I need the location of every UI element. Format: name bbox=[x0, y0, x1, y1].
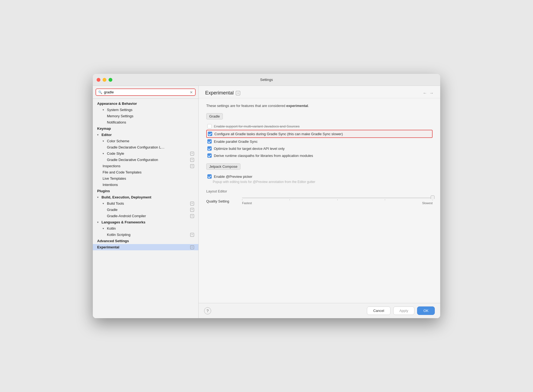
sidebar-item-kotlin[interactable]: ▾ Kotlin bbox=[93, 225, 198, 232]
checkbox-multi-variant-label: Enable support for multi-variant Javadoc… bbox=[214, 124, 300, 128]
sidebar-nav: Appearance & Behavior ▾ System Settings … bbox=[93, 99, 198, 318]
sidebar-item-memory-settings[interactable]: Memory Settings bbox=[93, 113, 198, 119]
gradle-section: Gradle Enable support for multi-variant … bbox=[206, 113, 433, 159]
checkbox-preview-picker: Enable @Preview picker bbox=[206, 173, 433, 180]
sidebar-item-system-settings[interactable]: ▾ System Settings bbox=[93, 107, 198, 113]
checkbox-derive-runtime-input[interactable] bbox=[207, 153, 212, 158]
maximize-button[interactable] bbox=[109, 78, 112, 82]
window-title: Settings bbox=[260, 78, 273, 82]
back-arrow[interactable]: ← bbox=[423, 91, 427, 96]
ok-button[interactable]: OK bbox=[417, 306, 435, 315]
note-bold: experimental bbox=[286, 104, 308, 108]
sidebar-item-advanced-settings[interactable]: Advanced Settings bbox=[93, 238, 198, 244]
title-page-icon: ≡ bbox=[236, 91, 240, 95]
sidebar-item-inspections[interactable]: Inspections ≡ bbox=[93, 163, 198, 169]
checkbox-parallel-sync-label: Enable parallel Gradle Sync bbox=[214, 140, 258, 144]
checkbox-multi-variant-input[interactable] bbox=[207, 124, 212, 128]
sidebar-item-gradle-android-compiler[interactable]: Gradle-Android Compiler ≡ bbox=[93, 213, 198, 219]
chevron-icon: ▾ bbox=[103, 202, 106, 205]
page-icon: ≡ bbox=[190, 152, 194, 156]
navigation-arrows: ← → bbox=[423, 91, 434, 96]
search-input[interactable] bbox=[104, 90, 188, 94]
checkbox-derive-runtime-label: Derive runtime classpaths for libraries … bbox=[214, 154, 313, 158]
slider-container: Fastest Slowest bbox=[242, 198, 433, 205]
sidebar-item-notifications[interactable]: Notifications bbox=[93, 119, 198, 125]
checkbox-parallel-sync: Enable parallel Gradle Sync bbox=[206, 138, 433, 145]
footer: ? Cancel Apply OK bbox=[199, 303, 440, 318]
window-controls bbox=[97, 78, 112, 82]
jetpack-compose-label: Jetpack Compose bbox=[206, 163, 240, 170]
checkbox-optimize-build-input[interactable] bbox=[207, 146, 212, 151]
sidebar-item-build-execution[interactable]: ▾ Build, Execution, Deployment bbox=[93, 194, 198, 200]
chevron-icon: ▾ bbox=[103, 152, 106, 155]
sidebar-item-keymap[interactable]: Keymap bbox=[93, 125, 198, 132]
search-wrapper: 🔍 ✕ bbox=[96, 88, 196, 96]
clear-search-button[interactable]: ✕ bbox=[190, 90, 193, 94]
quality-slider-row: Quality Setting bbox=[206, 198, 433, 205]
content-body: These settings are for features that are… bbox=[199, 98, 440, 303]
sidebar-item-gradle[interactable]: Gradle ≡ bbox=[93, 207, 198, 213]
checkbox-parallel-sync-input[interactable] bbox=[207, 139, 212, 144]
content-header-left: Experimental ≡ bbox=[205, 90, 240, 96]
checkbox-derive-runtime: Derive runtime classpaths for libraries … bbox=[206, 152, 433, 159]
close-button[interactable] bbox=[97, 78, 100, 82]
page-icon: ≡ bbox=[190, 214, 194, 218]
page-icon: ≡ bbox=[190, 208, 194, 212]
sidebar-item-build-tools[interactable]: ▾ Build Tools ≡ bbox=[93, 200, 198, 207]
checkbox-optimize-build: Optimize build for target device API lev… bbox=[206, 145, 433, 152]
page-icon: ≡ bbox=[190, 158, 194, 162]
sidebar-item-intentions[interactable]: Intentions bbox=[93, 182, 198, 188]
page-icon: ≡ bbox=[190, 164, 194, 168]
forward-arrow[interactable]: → bbox=[429, 91, 434, 96]
page-icon: ≡ bbox=[190, 233, 194, 237]
help-button[interactable]: ? bbox=[204, 307, 211, 314]
titlebar: Settings bbox=[93, 74, 440, 86]
sidebar-item-gradle-declarative[interactable]: Gradle Declarative Configuration ≡ bbox=[93, 157, 198, 163]
main-content: 🔍 ✕ Appearance & Behavior ▾ System Setti… bbox=[93, 86, 440, 318]
content-panel: Experimental ≡ ← → These settings are fo… bbox=[199, 86, 440, 318]
checkbox-optimize-build-label: Optimize build for target device API lev… bbox=[214, 147, 285, 151]
apply-button[interactable]: Apply bbox=[393, 306, 415, 315]
experimental-note: These settings are for features that are… bbox=[206, 104, 433, 108]
search-icon: 🔍 bbox=[98, 90, 102, 94]
quality-setting-label: Quality Setting bbox=[206, 199, 239, 203]
checkbox-configure-gradle-input[interactable] bbox=[208, 132, 212, 136]
chevron-icon: ▾ bbox=[103, 140, 106, 143]
settings-window: Settings 🔍 ✕ Appearance & Behavior ▾ bbox=[93, 74, 440, 318]
minimize-button[interactable] bbox=[103, 78, 106, 82]
sidebar-item-editor[interactable]: ▾ Editor bbox=[93, 132, 198, 138]
chevron-icon: ▾ bbox=[97, 196, 100, 199]
note-period: . bbox=[308, 104, 309, 108]
quality-setting-section: Quality Setting bbox=[206, 198, 433, 205]
chevron-icon: ▾ bbox=[97, 221, 100, 224]
sidebar-item-experimental[interactable]: Experimental ≡ bbox=[93, 244, 198, 250]
slider-tick bbox=[385, 199, 385, 200]
gradle-section-label: Gradle bbox=[206, 113, 223, 119]
sidebar-item-appearance-behavior[interactable]: Appearance & Behavior bbox=[93, 100, 198, 107]
checkbox-configure-gradle-label: Configure all Gradle tasks during Gradle… bbox=[214, 132, 343, 136]
sidebar-item-plugins[interactable]: Plugins bbox=[93, 188, 198, 194]
sidebar-item-languages-frameworks[interactable]: ▾ Languages & Frameworks bbox=[93, 219, 198, 225]
sidebar-item-color-scheme[interactable]: ▾ Color Scheme bbox=[93, 138, 198, 144]
cancel-button[interactable]: Cancel bbox=[367, 306, 390, 315]
chevron-icon: ▾ bbox=[103, 108, 106, 111]
slider-tick bbox=[242, 199, 242, 200]
footer-left: ? bbox=[204, 307, 211, 314]
page-icon: ≡ bbox=[190, 245, 194, 249]
checkbox-multi-variant: Enable support for multi-variant Javadoc… bbox=[206, 123, 433, 130]
slider-track[interactable] bbox=[242, 198, 433, 198]
layout-editor-section: Layout Editor Quality Setting bbox=[206, 188, 433, 205]
slider-track-row bbox=[242, 198, 433, 198]
sidebar-item-file-code-templates[interactable]: File and Code Templates bbox=[93, 169, 198, 175]
slider-min-label: Fastest bbox=[242, 201, 252, 205]
chevron-icon: ▾ bbox=[97, 133, 100, 136]
preview-picker-description: Popup with editing tools for @Preview an… bbox=[213, 180, 433, 184]
sidebar-item-kotlin-scripting[interactable]: Kotlin Scripting ≡ bbox=[93, 232, 198, 238]
footer-buttons: Cancel Apply OK bbox=[367, 306, 435, 315]
page-icon: ≡ bbox=[190, 202, 194, 206]
sidebar-item-live-templates[interactable]: Live Templates bbox=[93, 175, 198, 182]
sidebar-item-gradle-declarative-l[interactable]: Gradle Declarative Configuration L… bbox=[93, 144, 198, 150]
checkbox-preview-picker-label: Enable @Preview picker bbox=[214, 175, 252, 179]
sidebar-item-code-style[interactable]: ▾ Code Style ≡ bbox=[93, 150, 198, 157]
checkbox-preview-picker-input[interactable] bbox=[207, 174, 212, 179]
